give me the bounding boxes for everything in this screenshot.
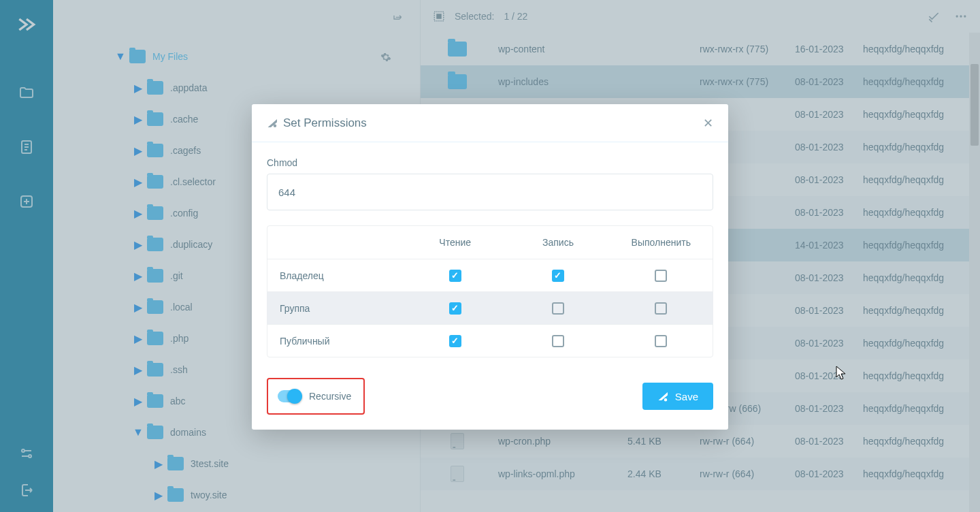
perm-row: Публичный [267, 324, 713, 357]
chmod-input[interactable] [267, 174, 713, 210]
checkbox-exec[interactable] [655, 270, 667, 282]
perm-role: Владелец [267, 270, 404, 281]
modal-title: Set Permissions [283, 116, 367, 130]
chmod-label: Chmod [267, 157, 713, 168]
checkbox-read[interactable] [449, 270, 461, 282]
permissions-modal: Set Permissions ✕ Chmod Чтение Запись Вы… [252, 104, 728, 430]
save-button[interactable]: Save [642, 383, 713, 410]
permissions-icon [267, 117, 279, 129]
perm-role: Группа [267, 303, 404, 314]
modal-header: Set Permissions ✕ [252, 104, 728, 142]
save-button-label: Save [675, 391, 698, 402]
recursive-label: Recursive [309, 391, 351, 402]
permissions-table: Чтение Запись Выполненить ВладелецГруппа… [267, 225, 713, 357]
recursive-toggle[interactable] [278, 390, 301, 402]
col-exec: Выполненить [610, 237, 713, 248]
checkbox-write[interactable] [552, 302, 564, 315]
perm-row: Владелец [267, 259, 713, 291]
checkbox-exec[interactable] [655, 302, 667, 315]
col-write: Запись [506, 237, 609, 248]
perm-row: Группа [267, 291, 713, 324]
checkbox-write[interactable] [552, 270, 564, 282]
checkbox-read[interactable] [449, 302, 461, 315]
close-icon[interactable]: ✕ [703, 116, 713, 131]
col-read: Чтение [404, 237, 506, 248]
perm-role: Публичный [267, 336, 404, 347]
checkbox-read[interactable] [449, 335, 461, 347]
recursive-highlight: Recursive [267, 378, 365, 415]
checkbox-exec[interactable] [655, 335, 667, 347]
checkbox-write[interactable] [552, 335, 564, 347]
